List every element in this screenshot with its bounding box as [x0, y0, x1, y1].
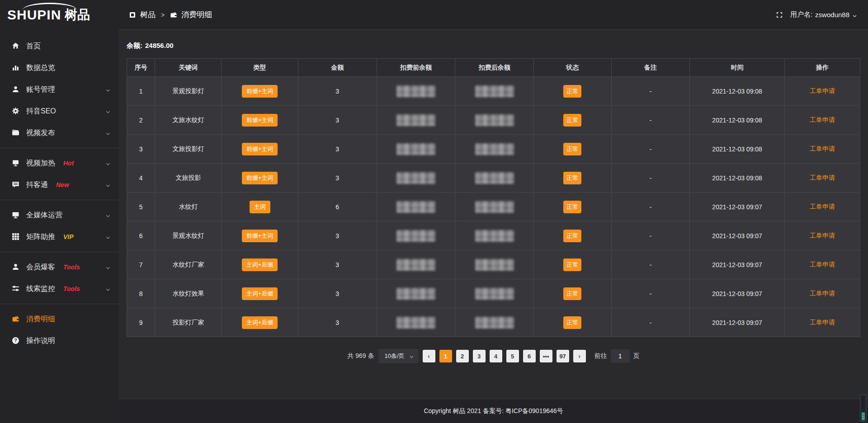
type-badge: 主词+后缀 [242, 287, 278, 300]
type-badge: 前缀+主词 [242, 114, 278, 127]
sidebar-divider [0, 252, 119, 252]
work-order-link[interactable]: 工单申请 [810, 174, 835, 181]
breadcrumb-separator: > [160, 11, 166, 19]
cell-type: 前缀+主词 [222, 221, 298, 250]
cell-time: 2021-12-03 09:08 [690, 77, 784, 106]
censored-balance-after [475, 172, 514, 184]
page-button[interactable]: 5 [506, 350, 519, 362]
cell-status: 正常 [534, 250, 612, 279]
page-button[interactable]: 6 [523, 350, 536, 362]
type-badge: 主词+后缀 [242, 316, 278, 329]
censored-balance-after [475, 230, 514, 242]
sidebar-item-label: 会员爆客 [26, 263, 55, 272]
sidebar-item[interactable]: 矩阵助推VIP [0, 226, 119, 248]
table-row: 6景观水纹灯前缀+主词3正常-2021-12-03 09:07工单申请 [127, 221, 860, 250]
screen-icon [12, 159, 20, 167]
app-icon [129, 11, 136, 19]
cell-remark: - [611, 77, 690, 106]
sidebar-item[interactable]: ?操作说明 [0, 330, 119, 352]
cell-remark: - [611, 193, 690, 221]
goto-page-input[interactable] [611, 349, 630, 363]
column-header: 扣费后余额 [455, 59, 534, 77]
topbar-right: 用户名: zswodun88 [776, 10, 857, 19]
page-button[interactable]: 3 [473, 350, 486, 362]
sidebar-item[interactable]: 消费明细 [0, 308, 119, 330]
comment-icon [12, 181, 20, 189]
chevron-down-icon [409, 354, 414, 359]
sidebar-item[interactable]: 抖客通New [0, 174, 119, 196]
sidebar-nav: 首页数据总览账号管理抖音SEO视频发布视频加热Hot抖客通New全媒体运营矩阵助… [0, 30, 119, 423]
column-header: 序号 [127, 59, 155, 77]
censored-balance-before [396, 114, 435, 126]
cell-seq: 2 [127, 106, 155, 135]
work-order-link[interactable]: 工单申请 [810, 261, 835, 268]
cell-remark: - [611, 221, 690, 250]
page-button[interactable]: 4 [490, 350, 502, 362]
scrollbar-widget[interactable] [860, 394, 867, 422]
sliders-icon [12, 285, 20, 293]
pagination-total: 共 969 条 [347, 352, 374, 360]
type-badge: 主词+后缀 [242, 258, 278, 271]
work-order-link[interactable]: 工单申请 [810, 319, 835, 326]
sidebar-item[interactable]: 会员爆客Tools [0, 256, 119, 278]
page-size-select[interactable]: 10条/页 [378, 349, 419, 363]
cell-action: 工单申请 [784, 279, 860, 308]
gear-icon [12, 107, 20, 115]
sidebar-item-badge: Tools [63, 285, 80, 292]
table-body: 1景观投影灯前缀+主词3正常-2021-12-03 09:08工单申请2文旅水纹… [127, 77, 860, 337]
cell-time: 2021-12-03 09:07 [690, 308, 784, 337]
next-page-button[interactable]: › [573, 350, 586, 362]
cell-balance-after [455, 250, 534, 279]
cell-keyword: 景观水纹灯 [155, 221, 222, 250]
table-header-row: 序号关键词类型金额扣费前余额扣费后余额状态备注时间操作 [127, 59, 860, 77]
work-order-link[interactable]: 工单申请 [810, 232, 835, 239]
sidebar-item[interactable]: 线索监控Tools [0, 278, 119, 300]
cell-balance-after [455, 221, 534, 250]
fullscreen-icon[interactable] [776, 11, 783, 19]
sidebar-item[interactable]: 视频发布 [0, 122, 119, 144]
sidebar-item[interactable]: 数据总览 [0, 57, 119, 79]
cell-balance-after [455, 135, 534, 164]
page-button[interactable]: 2 [456, 350, 469, 362]
sidebar-item[interactable]: 抖音SEO [0, 100, 119, 122]
sidebar-item-label: 全媒体运营 [26, 211, 62, 220]
column-header: 备注 [611, 59, 690, 77]
balance-value: 24856.00 [145, 42, 174, 49]
sidebar-item[interactable]: 首页 [0, 35, 119, 57]
cell-remark: - [611, 106, 690, 135]
work-order-link[interactable]: 工单申请 [810, 116, 835, 123]
work-order-link[interactable]: 工单申请 [810, 87, 835, 94]
column-header: 操作 [784, 59, 860, 77]
cell-status: 正常 [534, 279, 612, 308]
work-order-link[interactable]: 工单申请 [810, 203, 835, 210]
censored-balance-before [396, 201, 435, 213]
page-button[interactable]: 1 [439, 350, 452, 362]
cell-time: 2021-12-03 09:07 [690, 250, 784, 279]
work-order-link[interactable]: 工单申请 [810, 145, 835, 152]
pagination: 共 969 条 10条/页 ‹ 123456•••97 › 前往 页 [127, 349, 860, 363]
grid-icon [12, 233, 20, 241]
sidebar-item[interactable]: 全媒体运营 [0, 204, 119, 226]
sidebar-item[interactable]: 账号管理 [0, 79, 119, 100]
cell-seq: 7 [127, 250, 155, 279]
work-order-link[interactable]: 工单申请 [810, 290, 835, 297]
cell-time: 2021-12-03 09:08 [690, 106, 784, 135]
page-button[interactable]: 97 [557, 350, 569, 362]
prev-page-button[interactable]: ‹ [423, 350, 435, 362]
breadcrumb-item-root[interactable]: 树品 [140, 9, 156, 20]
username-label: 用户名: [790, 10, 812, 19]
breadcrumb: 树品 > 消费明细 [129, 9, 212, 20]
sidebar-item[interactable]: 视频加热Hot [0, 152, 119, 174]
username-value: zswodun88 [815, 11, 849, 19]
cell-status: 正常 [534, 193, 612, 221]
cell-balance-before [377, 221, 455, 250]
cell-remark: - [611, 308, 690, 337]
svg-text:?: ? [14, 338, 17, 343]
user-menu[interactable]: 用户名: zswodun88 [790, 10, 857, 19]
footer: Copyright 树品 2021 备案号: 粤ICP备09019646号 [119, 399, 868, 423]
cell-amount: 3 [298, 279, 377, 308]
cell-keyword: 投影灯厂家 [155, 308, 222, 337]
cell-seq: 6 [127, 221, 155, 250]
cell-action: 工单申请 [784, 193, 860, 221]
page-ellipsis-button[interactable]: ••• [540, 350, 552, 362]
